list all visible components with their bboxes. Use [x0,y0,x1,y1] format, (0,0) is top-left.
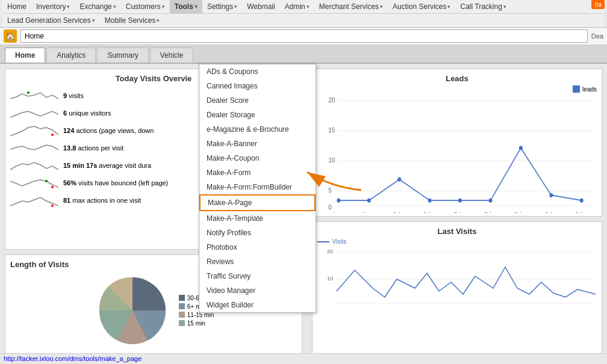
nav-merchant-services[interactable]: Merchant Services ▾ [314,0,388,13]
lead-gen-arrow: ▾ [92,17,95,23]
last-visits-legend: Visits [332,238,347,245]
nav-call-tracking[interactable]: Call Tracking ▾ [455,0,511,13]
stat-unique: 6 unique visitors [63,110,111,117]
last-visits-title: Last Visits [317,227,597,236]
stat-apv: 13.8 actions per visit [63,144,123,152]
nav-home[interactable]: Home [2,0,31,13]
home-icon[interactable]: 🏠 [4,29,17,43]
svg-text:20: 20 [327,248,333,254]
legend-color-11-15min [179,312,185,318]
dealer-text: Dea [591,32,603,40]
tab-summary[interactable]: Summary [97,48,148,63]
menu-traffic-survey[interactable]: Traffic Survey [199,269,316,283]
svg-text:Feb: Feb [576,211,584,213]
stat-max: 81 max actions in one visit [63,197,141,204]
menu-make-a-banner[interactable]: Make-A-Banner [199,137,316,151]
nav-admin[interactable]: Admin ▾ [280,0,314,13]
sparkline-max [10,193,58,208]
stat-bounce: 56% visits have bounced (left page) [63,179,168,187]
tab-home[interactable]: Home [5,48,45,63]
menu-ads-coupons[interactable]: ADs & Coupons [199,64,316,79]
tab-analytics[interactable]: Analytics [46,48,96,63]
stat-visits: 9 visits [63,92,84,99]
menu-widget-builder[interactable]: Widget Builder [199,298,316,312]
merchant-arrow: ▾ [380,4,383,10]
legend-color-30-60s [179,295,185,301]
svg-text:15: 15 [328,126,335,134]
nav-inventory[interactable]: Inventory ▾ [31,0,75,13]
admin-arrow: ▾ [307,4,310,10]
menu-dealer-score[interactable]: Dealer Score [199,93,316,108]
menu-emagazine[interactable]: e-Magazine & e-Brochure [199,122,316,137]
svg-text:Jan: Jan [363,211,371,213]
nav-webmail[interactable]: Webmail [242,0,279,13]
arrow-svg [295,157,367,193]
leads-legend-label: leads [582,86,597,93]
nav-exchange[interactable]: Exchange ▾ [75,0,120,13]
mobile-arrow: ▾ [157,17,160,23]
svg-text:Feb: Feb [545,211,553,213]
svg-point-1 [51,134,54,136]
svg-point-21 [488,199,492,203]
svg-point-3 [51,186,54,188]
leads-title: Leads [317,74,597,83]
pie-chart [93,271,172,350]
svg-point-20 [458,199,462,203]
tab-vehicle[interactable]: Vehicle [150,48,194,63]
menu-video-manager[interactable]: Video Manager [199,283,316,298]
legend-color-15min [179,320,185,326]
nav-row-1: Home Inventory ▾ Exchange ▾ Customers ▾ … [2,0,605,14]
sparkline-actions [10,123,58,138]
make-a-page-arrow [295,157,367,195]
menu-make-a-page[interactable]: Make-A-Page [199,194,316,211]
sparkline-visits [10,88,58,103]
sparkline-unique [10,105,58,120]
menu-photobox[interactable]: Photobox [199,240,316,254]
nav-mobile-services[interactable]: Mobile Services ▾ [100,14,165,27]
status-url: http://tacker.ixloo.com/dms/tools/make_a… [4,355,142,362]
sparkline-apv [10,140,58,155]
sparkline-bounce [10,175,58,190]
address-bar-row: 🏠 Dea [0,28,607,45]
svg-text:Feb: Feb [484,211,493,213]
nav-auction-services[interactable]: Auction Services ▾ [388,0,455,13]
svg-text:Feb: Feb [424,211,432,213]
tracking-arrow: ▾ [503,4,506,10]
svg-point-16 [337,199,340,203]
svg-text:Feb: Feb [454,211,462,213]
legend-label-15min: 15 min [187,320,205,327]
exchange-arrow: ▾ [113,4,116,10]
nav-tools[interactable]: Tools ▾ [170,0,202,13]
settings-arrow: ▾ [234,4,237,10]
svg-text:10: 10 [327,276,333,282]
svg-point-17 [367,199,371,203]
svg-point-18 [397,177,401,182]
address-input[interactable] [20,29,588,43]
customers-arrow: ▾ [162,4,165,10]
svg-point-4 [51,205,54,207]
inventory-arrow: ▾ [67,4,70,10]
nav-lead-generation[interactable]: Lead Generation Services ▾ [2,14,100,27]
nav-customers[interactable]: Customers ▾ [121,0,170,13]
svg-point-19 [428,199,432,203]
svg-point-23 [549,193,553,197]
stat-actions: 124 actions (page views, down [63,127,154,134]
menu-canned-images[interactable]: Canned Images [199,79,316,93]
top-navigation: Home Inventory ▾ Exchange ▾ Customers ▾ … [0,0,607,28]
svg-text:Feb: Feb [515,211,523,213]
nav-settings[interactable]: Settings ▾ [202,0,242,13]
tools-arrow: ▾ [195,4,198,10]
leads-legend-color [573,85,580,93]
main-content: Today Visits Overvie 9 visits 6 unique v… [0,64,607,364]
right-panel: Leads leads 20 15 10 5 0 [307,64,607,364]
menu-reviews[interactable]: Reviews [199,254,316,269]
sparkline-duration [10,158,58,173]
legend-15min: 15 min [179,320,214,327]
menu-make-a-template[interactable]: Make-A-Template [199,211,316,226]
svg-point-2 [45,180,48,182]
last-visits-chart-box: Last Visits Visits 20 10 [312,221,602,365]
menu-notify-profiles[interactable]: Notify Profiles [199,226,316,240]
auction-arrow: ▾ [447,4,450,10]
menu-dealer-storage[interactable]: Dealer Storage [199,108,316,122]
svg-point-0 [27,91,30,94]
